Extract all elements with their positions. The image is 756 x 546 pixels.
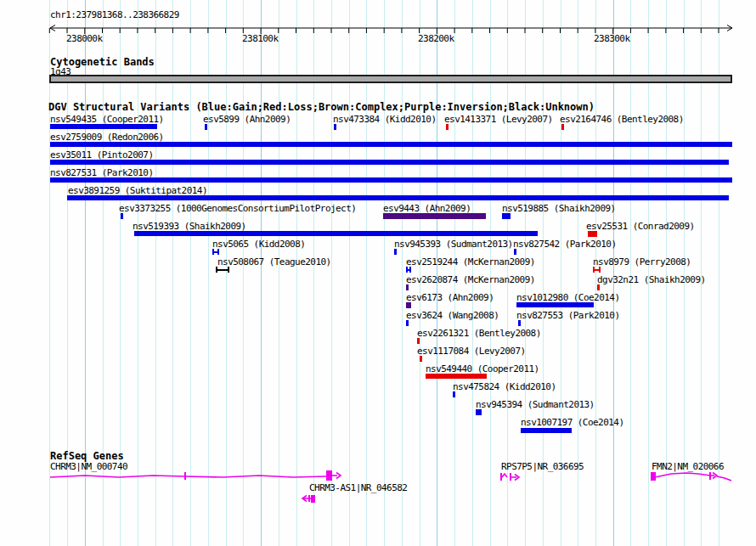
variant-glyph-tick[interactable]	[334, 124, 336, 130]
variant-label[interactable]: esv2261321 (Bentley2008)	[417, 329, 541, 338]
gene-exon-block	[500, 473, 502, 481]
variant-label[interactable]: esv3624 (Wang2008)	[406, 311, 499, 320]
variant-label[interactable]: nsv945394 (Sudmant2013)	[476, 400, 595, 409]
ruler-tick-label: 238300k	[594, 34, 630, 43]
variant-glyph-bar[interactable]	[521, 428, 572, 433]
genome-browser-view: chr1:237981368..238366829 Cytogenetic Ba…	[0, 0, 756, 546]
variant-glyph-tick[interactable]	[514, 249, 516, 255]
variant-label[interactable]: esv5899 (Ahn2009)	[203, 115, 291, 124]
variant-glyph-tick[interactable]	[420, 356, 422, 362]
variant-glyph-tick[interactable]	[446, 124, 449, 130]
variant-glyph-bar[interactable]	[383, 213, 486, 219]
variant-label[interactable]: nsv1007197 (Coe2014)	[521, 418, 623, 427]
gene-label[interactable]: CHRM3-AS1|NR_046582	[309, 483, 407, 493]
gene-strand-arrow-icon	[515, 475, 519, 481]
variant-label[interactable]: nsv549435 (Cooper2011)	[50, 115, 164, 124]
gene-exon-block	[510, 473, 511, 481]
gene-strand-arrow-icon	[713, 473, 717, 479]
refseq-genes-header: RefSeq Genes	[50, 451, 124, 461]
region-title: chr1:237981368..238366829	[50, 10, 179, 20]
variant-label[interactable]: esv3891259 (Suktitipat2014)	[68, 186, 207, 195]
ruler-tick-label: 238000k	[66, 34, 103, 43]
bracket-midline	[595, 269, 599, 271]
variant-label[interactable]: nsv827531 (Park2010)	[50, 168, 153, 177]
gene-intron-line	[502, 474, 507, 477]
variant-glyph-tick[interactable]	[518, 320, 521, 326]
variant-glyph-tick[interactable]	[417, 338, 420, 344]
variant-label[interactable]: nsv475824 (Kidd2010)	[453, 382, 556, 391]
variant-glyph-bracket[interactable]	[593, 267, 601, 273]
variant-label[interactable]: nsv827542 (Park2010)	[513, 239, 616, 249]
variant-glyph-square[interactable]	[502, 213, 511, 219]
variant-glyph-tick[interactable]	[406, 284, 409, 290]
variant-label[interactable]: esv2759009 (Redon2006)	[50, 132, 164, 142]
variant-glyph-tick[interactable]	[205, 124, 207, 130]
variant-label[interactable]: esv2164746 (Bentley2008)	[560, 115, 684, 124]
variant-glyph-bracket[interactable]	[406, 267, 411, 273]
variant-label[interactable]: nsv549440 (Cooper2011)	[426, 364, 539, 374]
variant-label[interactable]: esv1413371 (Levy2007)	[444, 115, 553, 124]
ruler-tick-label: 238100k	[242, 34, 279, 43]
bracket-midline	[217, 269, 228, 271]
variant-label[interactable]: nsv827553 (Park2010)	[516, 311, 619, 320]
variant-glyph-tick[interactable]	[597, 284, 600, 290]
variant-glyph-tick[interactable]	[406, 320, 409, 326]
variant-glyph-bracket[interactable]	[216, 267, 229, 273]
variant-label[interactable]: nsv5065 (Kidd2008)	[212, 239, 305, 249]
gene-label[interactable]: FMN2|NM_020066	[652, 462, 724, 471]
variant-glyph-square[interactable]	[476, 409, 482, 415]
gene-strand-arrow-icon	[336, 473, 341, 479]
variant-glyph-tick[interactable]	[453, 391, 455, 397]
variant-glyph-bracket[interactable]	[212, 249, 219, 255]
cytoband-label: 1q43	[50, 67, 71, 76]
variant-glyph-tick[interactable]	[121, 213, 123, 219]
gene-exon-block	[308, 495, 310, 502]
gene-exon-block	[184, 472, 186, 480]
cytoband-bar[interactable]	[49, 75, 732, 83]
variant-label[interactable]: esv9443 (Ahn2009)	[383, 204, 471, 213]
variant-label[interactable]: esv25531 (Conrad2009)	[586, 222, 695, 231]
variant-label[interactable]: esv1117084 (Levy2007)	[417, 346, 526, 356]
bracket-midline	[214, 251, 217, 253]
variant-glyph-tick[interactable]	[394, 249, 397, 255]
gene-exon-block	[651, 472, 656, 481]
gene-label[interactable]: CHRM3|NM_000740	[50, 462, 127, 471]
variant-label[interactable]: esv2620874 (McKernan2009)	[406, 275, 535, 284]
gene-intron-line	[50, 476, 326, 477]
variant-label[interactable]: nsv519885 (Shaikh2009)	[502, 204, 616, 213]
bracket-midline	[408, 269, 409, 271]
ruler-right-arrow-icon	[727, 25, 732, 31]
variant-glyph-square[interactable]	[588, 231, 597, 237]
variant-label[interactable]: esv3373255 (1000GenomesConsortiumPilotPr…	[119, 204, 356, 213]
variant-label[interactable]: esv35011 (Pinto2007)	[50, 150, 153, 160]
gene-label[interactable]: RPS7P5|NR_036695	[501, 462, 584, 471]
variant-label[interactable]: esv2519244 (McKernan2009)	[406, 257, 535, 267]
variant-label[interactable]: dgv32n21 (Shaikh2009)	[597, 275, 706, 284]
ruler-left-arrow-icon	[50, 25, 55, 31]
variant-label[interactable]: nsv508067 (Teague2010)	[217, 257, 331, 267]
variant-label[interactable]: nsv519393 (Shaikh2009)	[133, 222, 246, 231]
dgv-variants-header: DGV Structural Variants (Blue:Gain;Red:L…	[48, 102, 595, 112]
gene-exon-block	[709, 472, 711, 480]
variant-glyph-tick[interactable]	[561, 124, 564, 130]
gene-strand-arrow-icon	[302, 496, 307, 502]
variant-label[interactable]: nsv945393 (Sudmant2013)	[394, 239, 513, 249]
variant-label[interactable]: nsv1012980 (Coe2014)	[516, 293, 619, 302]
ruler-tick-label: 238200k	[418, 34, 454, 43]
variant-label[interactable]: nsv8979 (Perry2008)	[593, 257, 691, 267]
variant-label[interactable]: nsv473384 (Kidd2010)	[333, 115, 436, 124]
variant-label[interactable]: esv6173 (Ahn2009)	[406, 293, 494, 302]
variant-glyph-square[interactable]	[406, 302, 411, 308]
